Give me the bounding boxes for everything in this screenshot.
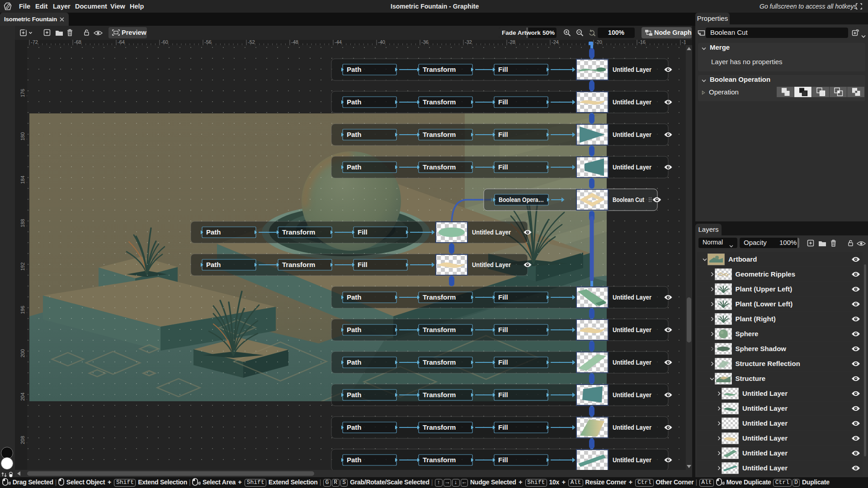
svg-text:Transform: Transform: [282, 261, 315, 268]
svg-text:Fill: Fill: [498, 293, 508, 301]
svg-text:Path: Path: [347, 131, 362, 138]
svg-text:Untitled Layer: Untitled Layer: [613, 163, 651, 171]
svg-text:Fill: Fill: [498, 326, 508, 333]
svg-text:208: 208: [20, 436, 25, 444]
svg-text:Path: Path: [347, 98, 362, 106]
svg-text:Untitled Layer: Untitled Layer: [613, 293, 651, 301]
svg-text:-44: -44: [335, 40, 342, 45]
svg-text:Fill: Fill: [498, 423, 508, 431]
svg-text:-52: -52: [248, 40, 255, 45]
svg-text:-68: -68: [74, 40, 81, 45]
svg-text:Fill: Fill: [358, 261, 368, 268]
svg-text:Path: Path: [347, 66, 362, 73]
svg-text:Fill: Fill: [498, 131, 508, 138]
svg-text:Untitled Layer: Untitled Layer: [613, 98, 651, 106]
svg-text:Fill: Fill: [358, 228, 368, 236]
svg-text:Transform: Transform: [423, 391, 456, 399]
svg-text:192: 192: [20, 263, 25, 271]
svg-text:Transform: Transform: [423, 293, 456, 301]
svg-text:-32: -32: [465, 40, 472, 45]
svg-text:Boolean Cut: Boolean Cut: [613, 196, 644, 203]
svg-text:196: 196: [20, 306, 25, 314]
svg-text:-12: -12: [682, 40, 686, 45]
svg-text:Transform: Transform: [423, 358, 456, 366]
svg-text:Fill: Fill: [498, 163, 508, 171]
svg-text:-16: -16: [638, 40, 646, 45]
svg-text:176: 176: [20, 89, 25, 97]
svg-text:Boolean Opera…: Boolean Opera…: [499, 196, 544, 203]
svg-text:184: 184: [20, 176, 25, 184]
svg-text:Transform: Transform: [423, 456, 456, 464]
svg-text:Transform: Transform: [423, 326, 456, 333]
svg-text:-48: -48: [291, 40, 298, 45]
svg-text:Untitled Layer: Untitled Layer: [613, 456, 651, 464]
svg-text:-20: -20: [595, 40, 602, 45]
svg-text:Path: Path: [347, 163, 362, 171]
svg-text:200: 200: [20, 349, 25, 357]
svg-text:204: 204: [20, 393, 25, 401]
svg-text:Path: Path: [347, 326, 362, 333]
svg-text:-56: -56: [204, 40, 212, 45]
svg-text:Fill: Fill: [498, 66, 508, 73]
svg-text:Path: Path: [347, 391, 362, 399]
svg-text:-28: -28: [508, 40, 515, 45]
svg-text:Fill: Fill: [498, 358, 508, 366]
svg-text:Path: Path: [206, 261, 221, 268]
svg-text:Untitled Layer: Untitled Layer: [613, 131, 651, 138]
svg-text:Untitled Layer: Untitled Layer: [613, 423, 651, 431]
svg-text:Transform: Transform: [282, 228, 315, 236]
svg-text:188: 188: [20, 219, 25, 227]
svg-text:Transform: Transform: [423, 131, 456, 138]
svg-text:Fill: Fill: [498, 456, 508, 464]
svg-text:Untitled Layer: Untitled Layer: [613, 326, 651, 333]
svg-text:-64: -64: [118, 40, 125, 45]
svg-text:-72: -72: [31, 40, 38, 45]
svg-text:-24: -24: [552, 40, 559, 45]
svg-text:Path: Path: [347, 293, 362, 301]
svg-text:Fill: Fill: [498, 98, 508, 106]
svg-text:-40: -40: [378, 40, 385, 45]
svg-text:Path: Path: [206, 228, 221, 236]
svg-text:180: 180: [20, 132, 25, 141]
svg-text:Path: Path: [347, 456, 362, 464]
svg-text:Untitled Layer: Untitled Layer: [613, 358, 651, 366]
svg-text:Path: Path: [347, 358, 362, 366]
svg-text:Transform: Transform: [423, 163, 456, 171]
svg-text:Untitled Layer: Untitled Layer: [613, 66, 651, 73]
svg-text:Path: Path: [347, 423, 362, 431]
svg-text:Untitled Layer: Untitled Layer: [613, 391, 651, 399]
svg-text:Untitled Layer: Untitled Layer: [472, 261, 511, 268]
svg-text:Fill: Fill: [498, 391, 508, 399]
svg-text:Transform: Transform: [423, 98, 456, 106]
svg-text:Untitled Layer: Untitled Layer: [472, 228, 511, 236]
svg-text:Transform: Transform: [423, 66, 456, 73]
svg-text:-36: -36: [421, 40, 429, 45]
svg-text:Transform: Transform: [423, 423, 456, 431]
svg-text:-60: -60: [161, 40, 168, 45]
